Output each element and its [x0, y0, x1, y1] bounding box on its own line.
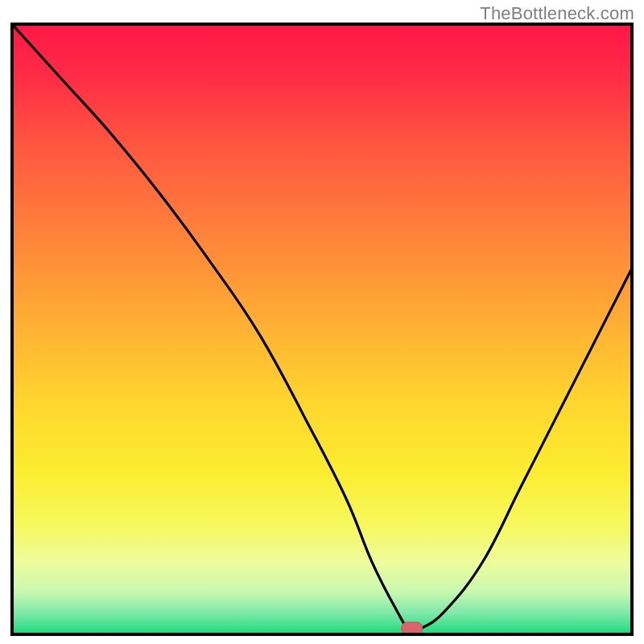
- bottleneck-chart: [0, 0, 644, 644]
- gradient-background: [12, 24, 632, 634]
- optimal-marker: [402, 622, 423, 634]
- chart-container: TheBottleneck.com: [0, 0, 644, 644]
- watermark-text: TheBottleneck.com: [480, 3, 634, 24]
